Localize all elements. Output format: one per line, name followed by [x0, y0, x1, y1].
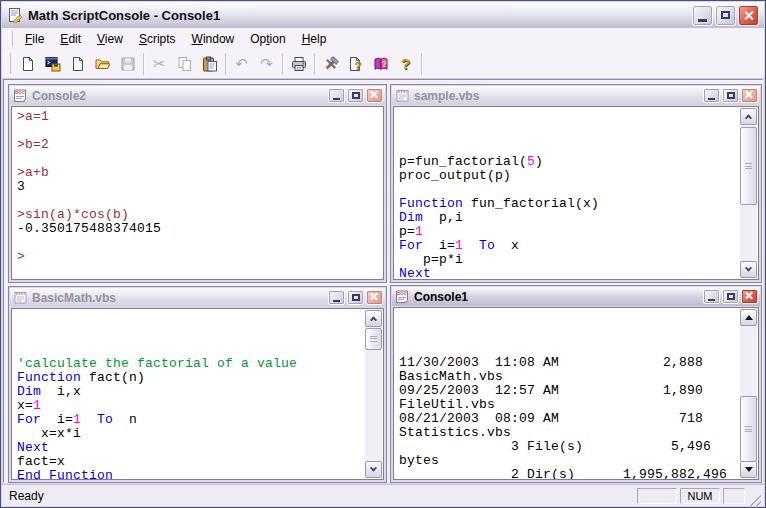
- window-title: Math ScriptConsole - Console1: [28, 8, 687, 23]
- maximize-icon: [727, 293, 735, 300]
- menu-edit[interactable]: Edit: [52, 30, 89, 48]
- close-icon: [743, 10, 754, 21]
- child-window-console2: DOC Console2 >a=1 >b=2 >a+b3 >sin(a)*cos…: [8, 84, 387, 283]
- sample-maximize-button[interactable]: [722, 88, 739, 103]
- status-pane-empty-2: [723, 488, 745, 504]
- about-button[interactable]: ?: [393, 51, 418, 76]
- basicmath-scrollbar[interactable]: [365, 310, 382, 478]
- help-topics-button[interactable]: ?: [368, 51, 393, 76]
- console2-titlebar[interactable]: DOC Console2: [10, 86, 385, 105]
- script-icon: [13, 290, 28, 305]
- minimize-icon: [708, 98, 715, 101]
- context-help-button[interactable]: ?: [343, 51, 368, 76]
- console2-close-button[interactable]: [366, 88, 383, 103]
- scrollbar-thumb[interactable]: [740, 396, 757, 462]
- console1-content[interactable]: 11/30/2003 11:08 AM 2,888BasicMath.vbs09…: [393, 307, 759, 480]
- menu-view[interactable]: View: [89, 30, 131, 48]
- menu-option[interactable]: Option: [242, 30, 293, 48]
- scrollbar-track[interactable]: [740, 125, 757, 261]
- cut-icon: ✂: [153, 56, 166, 71]
- tools-icon: [323, 56, 339, 72]
- scrollbar-track[interactable]: [365, 327, 382, 461]
- toolbar: ✂ ↶ ↷: [2, 49, 764, 79]
- paste-icon: [202, 56, 218, 72]
- scrollbar-thumb[interactable]: [740, 127, 757, 205]
- open-folder-icon: [95, 56, 111, 72]
- menu-window[interactable]: Window: [184, 30, 243, 48]
- console1-minimize-button[interactable]: [703, 289, 720, 304]
- scroll-up-button[interactable]: [365, 310, 382, 327]
- maximize-button[interactable]: [715, 5, 736, 26]
- sample-vbs-content[interactable]: p=fun_factorial(5)proc_output(p) Functio…: [393, 106, 759, 280]
- console1-scrollbar[interactable]: [740, 309, 757, 478]
- scroll-up-button[interactable]: [740, 108, 757, 125]
- console1-title: Console1: [414, 290, 699, 304]
- scroll-down-button[interactable]: [365, 461, 382, 478]
- chevron-up-icon: [370, 316, 377, 323]
- close-icon: [369, 292, 380, 303]
- script-icon: [395, 88, 410, 103]
- basicmath-titlebar[interactable]: BasicMath.vbs: [10, 288, 385, 307]
- sample-vbs-titlebar[interactable]: sample.vbs: [392, 86, 760, 105]
- chevron-down-icon: [370, 465, 377, 472]
- maximize-icon: [352, 294, 360, 301]
- minimize-icon: [333, 300, 340, 303]
- console2-content[interactable]: >a=1 >b=2 >a+b3 >sin(a)*cos(b)-0.3501754…: [11, 106, 384, 280]
- undo-icon: ↶: [235, 56, 248, 71]
- svg-text:?: ?: [381, 59, 386, 69]
- menu-scripts[interactable]: Scripts: [131, 30, 184, 48]
- open-button[interactable]: [90, 51, 115, 76]
- basicmath-minimize-button[interactable]: [328, 290, 345, 305]
- basicmath-content[interactable]: 'calculate the factorial of a valueFunct…: [11, 308, 384, 480]
- child-window-basicmath-vbs: BasicMath.vbs 'calculate the factorial o…: [8, 286, 387, 483]
- redo-button[interactable]: ↷: [254, 51, 279, 76]
- undo-button[interactable]: ↶: [229, 51, 254, 76]
- toolbar-separator: [421, 53, 422, 75]
- maximize-icon: [727, 92, 735, 99]
- console2-minimize-button[interactable]: [328, 88, 345, 103]
- main-window: Math ScriptConsole - Console1 File Edit …: [0, 0, 766, 508]
- menu-file[interactable]: File: [17, 30, 52, 48]
- basicmath-maximize-button[interactable]: [347, 290, 364, 305]
- menu-help[interactable]: Help: [294, 30, 335, 48]
- scrollbar-track[interactable]: [740, 326, 757, 461]
- paste-button[interactable]: [197, 51, 222, 76]
- sample-vbs-scrollbar[interactable]: [740, 108, 757, 278]
- save-button[interactable]: [115, 51, 140, 76]
- child-window-console1: DOC Console1: [390, 285, 762, 483]
- sample-close-button[interactable]: [741, 88, 758, 103]
- about-icon: ?: [401, 56, 410, 71]
- mdi-client-area: DOC Console2 >a=1 >b=2 >a+b3 >sin(a)*cos…: [3, 79, 763, 483]
- new-document-button[interactable]: [15, 51, 40, 76]
- print-button[interactable]: [286, 51, 311, 76]
- title-bar[interactable]: Math ScriptConsole - Console1: [2, 2, 764, 29]
- sample-minimize-button[interactable]: [703, 88, 720, 103]
- toolbar-separator: [225, 53, 226, 75]
- console1-titlebar[interactable]: DOC Console1: [392, 287, 760, 306]
- new-script-button[interactable]: [65, 51, 90, 76]
- maximize-icon: [721, 11, 730, 19]
- resize-grip[interactable]: [748, 493, 761, 506]
- svg-text:DOC: DOC: [397, 291, 408, 296]
- scrollbar-thumb[interactable]: [365, 328, 382, 350]
- save-console-button[interactable]: [40, 51, 65, 76]
- tools-button[interactable]: [318, 51, 343, 76]
- chevron-down-icon: [745, 265, 752, 272]
- console1-close-button[interactable]: [741, 289, 758, 304]
- maximize-icon: [352, 92, 360, 99]
- scroll-down-button[interactable]: [740, 461, 757, 478]
- scroll-down-button[interactable]: [740, 261, 757, 278]
- new-document-icon: [20, 56, 36, 72]
- close-button[interactable]: [738, 5, 759, 26]
- scroll-up-button[interactable]: [740, 309, 757, 326]
- minimize-button[interactable]: [692, 5, 713, 26]
- svg-text:?: ?: [355, 59, 362, 71]
- console1-maximize-button[interactable]: [722, 289, 739, 304]
- basicmath-close-button[interactable]: [366, 290, 383, 305]
- minimize-icon: [698, 19, 707, 22]
- cut-button[interactable]: ✂: [147, 51, 172, 76]
- copy-button[interactable]: [172, 51, 197, 76]
- toolbar-grip[interactable]: [6, 53, 11, 74]
- console2-maximize-button[interactable]: [347, 88, 364, 103]
- menubar-grip[interactable]: [8, 31, 13, 46]
